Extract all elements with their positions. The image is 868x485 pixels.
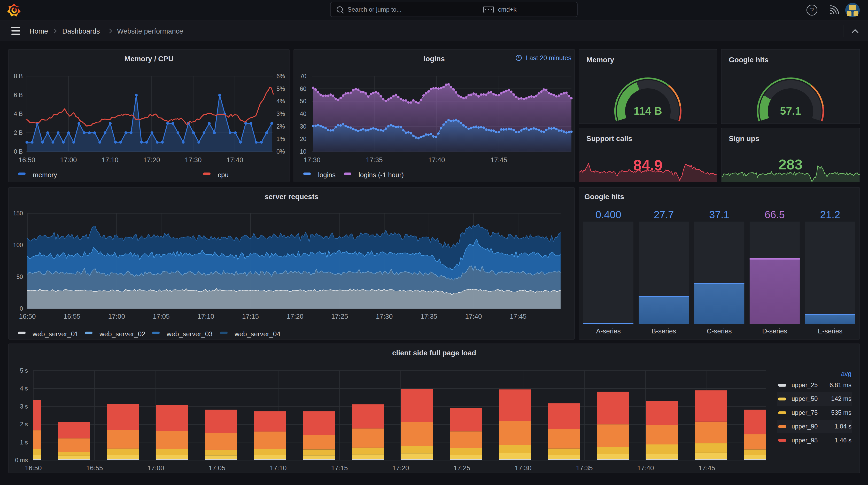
svg-text:C-series: C-series: [707, 327, 732, 335]
svg-text:66.5: 66.5: [765, 209, 785, 220]
svg-text:6 B: 6 B: [14, 92, 23, 98]
svg-text:logins (-1 hour): logins (-1 hour): [359, 171, 404, 179]
svg-text:4 s: 4 s: [20, 385, 28, 392]
svg-text:Memory / CPU: Memory / CPU: [125, 55, 174, 63]
svg-text:16:55: 16:55: [64, 313, 80, 320]
svg-text:17:05: 17:05: [209, 464, 225, 472]
svg-text:Dashboards: Dashboards: [62, 27, 100, 35]
svg-text:16:55: 16:55: [86, 464, 103, 472]
svg-text:4 B: 4 B: [14, 110, 23, 117]
svg-text:17:35: 17:35: [366, 156, 382, 164]
svg-text:37.1: 37.1: [709, 209, 729, 220]
svg-text:1%: 1%: [276, 136, 285, 142]
svg-text:server requests: server requests: [265, 193, 318, 201]
svg-text:17:35: 17:35: [576, 464, 593, 472]
svg-text:17:25: 17:25: [454, 464, 470, 472]
svg-text:?: ?: [810, 6, 814, 14]
svg-text:6%: 6%: [276, 73, 285, 79]
svg-text:0: 0: [20, 305, 23, 312]
svg-text:17:30: 17:30: [304, 156, 320, 164]
svg-text:17:30: 17:30: [376, 313, 393, 320]
svg-text:B-series: B-series: [652, 327, 676, 335]
svg-text:17:45: 17:45: [510, 313, 526, 320]
svg-text:2 B: 2 B: [14, 129, 23, 136]
svg-text:16:50: 16:50: [19, 313, 36, 320]
svg-text:17:20: 17:20: [143, 156, 160, 164]
svg-text:Memory: Memory: [586, 56, 614, 64]
svg-text:21.2: 21.2: [820, 209, 840, 220]
svg-text:70: 70: [300, 73, 306, 79]
svg-text:17:00: 17:00: [60, 156, 77, 164]
svg-text:upper_50: upper_50: [792, 395, 817, 402]
svg-text:5 s: 5 s: [20, 367, 28, 374]
svg-text:2%: 2%: [276, 123, 285, 130]
svg-text:17:05: 17:05: [153, 313, 170, 320]
svg-text:web_server_03: web_server_03: [166, 330, 213, 338]
svg-text:17:30: 17:30: [515, 464, 531, 472]
svg-text:E-series: E-series: [818, 327, 842, 335]
svg-text:114 B: 114 B: [634, 105, 662, 117]
svg-text:17:40: 17:40: [465, 313, 482, 320]
svg-text:0 B: 0 B: [14, 148, 23, 155]
svg-text:535 ms: 535 ms: [831, 409, 851, 416]
svg-text:17:15: 17:15: [331, 464, 348, 472]
svg-text:17:40: 17:40: [637, 464, 654, 472]
svg-text:D-series: D-series: [762, 327, 787, 335]
svg-text:web_server_01: web_server_01: [32, 330, 79, 338]
svg-text:web_server_02: web_server_02: [99, 330, 146, 338]
svg-text:17:10: 17:10: [197, 313, 214, 320]
svg-text:upper_95: upper_95: [792, 437, 817, 444]
svg-text:Home: Home: [29, 27, 48, 35]
svg-text:17:20: 17:20: [392, 464, 409, 472]
svg-text:cmd+k: cmd+k: [498, 6, 517, 13]
svg-text:57.1: 57.1: [780, 105, 801, 117]
svg-text:17:30: 17:30: [185, 156, 202, 164]
svg-text:upper_75: upper_75: [792, 409, 817, 416]
svg-text:Google hits: Google hits: [729, 56, 769, 64]
svg-text:17:10: 17:10: [101, 156, 118, 164]
svg-text:17:00: 17:00: [108, 313, 125, 320]
svg-text:Google hits: Google hits: [584, 193, 624, 201]
svg-text:5%: 5%: [276, 86, 285, 92]
svg-text:Last 20 minutes: Last 20 minutes: [526, 54, 572, 61]
svg-text:0 ms: 0 ms: [15, 457, 28, 463]
svg-text:17:20: 17:20: [287, 313, 304, 320]
svg-text:17:35: 17:35: [421, 313, 437, 320]
svg-text:web_server_04: web_server_04: [234, 330, 281, 338]
svg-text:10: 10: [300, 148, 306, 155]
svg-text:17:45: 17:45: [698, 464, 715, 472]
svg-text:27.7: 27.7: [654, 209, 674, 220]
svg-text:17:15: 17:15: [242, 313, 259, 320]
svg-text:memory: memory: [33, 171, 57, 179]
svg-text:1.04 s: 1.04 s: [835, 423, 851, 430]
svg-text:50: 50: [16, 273, 23, 280]
svg-text:17:10: 17:10: [270, 464, 286, 472]
svg-text:60: 60: [300, 86, 306, 92]
svg-text:17:40: 17:40: [428, 156, 445, 164]
svg-text:client side full page load: client side full page load: [392, 349, 476, 357]
svg-text:0%: 0%: [276, 148, 285, 155]
svg-text:3%: 3%: [276, 110, 285, 117]
svg-text:Search or jump to...: Search or jump to...: [347, 6, 401, 13]
svg-text:20: 20: [300, 136, 306, 142]
svg-text:A-series: A-series: [596, 327, 621, 335]
svg-text:150: 150: [13, 210, 23, 217]
svg-text:cpu: cpu: [218, 171, 228, 179]
svg-text:2 s: 2 s: [20, 421, 28, 428]
svg-text:142 ms: 142 ms: [831, 395, 851, 402]
svg-text:17:45: 17:45: [490, 156, 507, 164]
svg-text:4%: 4%: [276, 98, 285, 105]
svg-text:283: 283: [778, 156, 802, 172]
svg-text:1 s: 1 s: [20, 439, 28, 446]
svg-text:17:40: 17:40: [226, 156, 243, 164]
svg-text:logins: logins: [424, 55, 444, 63]
svg-text:upper_25: upper_25: [792, 382, 817, 388]
svg-text:16:50: 16:50: [25, 464, 41, 472]
svg-text:3 s: 3 s: [20, 403, 28, 410]
svg-text:16:50: 16:50: [18, 156, 35, 164]
svg-text:30: 30: [300, 123, 306, 130]
svg-text:17:25: 17:25: [331, 313, 348, 320]
svg-text:avg: avg: [841, 370, 851, 377]
svg-text:40: 40: [300, 110, 306, 117]
svg-text:8 B: 8 B: [14, 73, 23, 79]
